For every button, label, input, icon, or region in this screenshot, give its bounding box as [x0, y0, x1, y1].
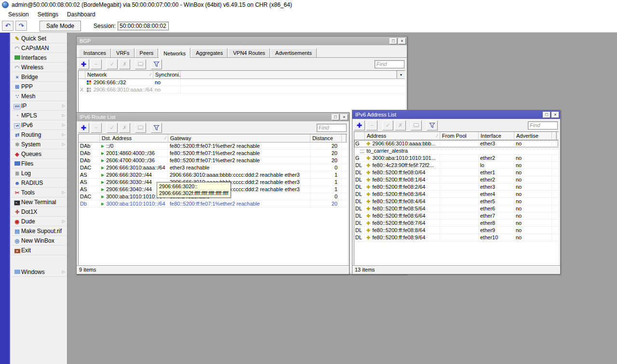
sidebar-item-mpls[interactable]: ◔MPLS▷: [11, 111, 66, 120]
find-input[interactable]: [317, 124, 347, 132]
distance-column-header[interactable]: Distance: [310, 134, 342, 143]
disable-button[interactable]: ✗: [395, 120, 406, 130]
menu-session[interactable]: Session: [4, 10, 33, 19]
sidebar-item-ipv6[interactable]: v6IPv6▷: [11, 120, 66, 130]
sidebar-item-log[interactable]: ≣Log: [11, 169, 66, 178]
route-row[interactable]: DAb▶::/0fe80::5200:ff:fe07:1%ether2 reac…: [79, 143, 347, 150]
maximize-button[interactable]: □: [389, 38, 397, 44]
enable-button[interactable]: ✓: [107, 123, 118, 133]
address-row[interactable]: G✚2906:666:3010:aaaa:bbb...ether3no: [354, 140, 558, 147]
address-window-titlebar[interactable]: IPv6 Address List □ ×: [352, 110, 560, 119]
tab-networks[interactable]: Networks: [159, 48, 190, 58]
menu-settings[interactable]: Settings: [33, 10, 63, 19]
session-input[interactable]: [118, 22, 169, 30]
column-dropdown-button[interactable]: ▼: [346, 134, 348, 143]
route-window-titlebar[interactable]: IPv6 Route List □ ×: [77, 113, 349, 121]
safe-mode-button[interactable]: Safe Mode: [40, 21, 81, 31]
sidebar-item-ip[interactable]: 255IP▷: [11, 101, 66, 111]
find-input[interactable]: [375, 60, 404, 68]
dst-address-column-header[interactable]: Dst. Address ∕: [100, 134, 168, 143]
sidebar-item-quick-set[interactable]: ✎Quick Set: [11, 34, 66, 43]
route-row[interactable]: DAb▶2001:4860:4000::/36fe80::5200:ff:fe0…: [79, 150, 347, 157]
redo-button[interactable]: ↷: [15, 21, 27, 31]
menu-dashboard[interactable]: Dashboard: [63, 10, 100, 19]
sidebar-item-new-winbox[interactable]: ◎New WinBox: [11, 236, 66, 246]
enable-button[interactable]: ✓: [107, 59, 118, 69]
bgp-network-row[interactable]: 2906:666::/32no: [79, 79, 405, 86]
tab-vrfs[interactable]: VRFs: [111, 48, 134, 57]
gateway-column-header[interactable]: Gateway: [168, 134, 310, 143]
sidebar-item-exit[interactable]: ×Exit: [11, 246, 66, 255]
address-row[interactable]: DL✚fe80::5200:ff:fe08:7/64ether8no: [354, 220, 558, 227]
remove-button[interactable]: −: [366, 120, 377, 130]
flags-column-header[interactable]: [79, 71, 85, 79]
close-button[interactable]: ×: [340, 114, 348, 120]
tab-vpn4-routes[interactable]: VPN4 Routes: [228, 48, 270, 57]
tab-instances[interactable]: Instances: [79, 48, 111, 57]
sidebar-item-interfaces[interactable]: Interfaces: [11, 53, 66, 63]
route-row[interactable]: DAC▶2906:666:3010:aaaa::/64ether3 reacha…: [79, 164, 347, 171]
comment-button[interactable]: [135, 59, 146, 69]
address-column-header[interactable]: Address ∕: [365, 132, 440, 140]
find-input[interactable]: [528, 121, 558, 130]
flags-column-header[interactable]: [79, 134, 100, 143]
sidebar-item-new-terminal[interactable]: >_New Terminal: [11, 197, 66, 207]
disable-button[interactable]: ✗: [119, 59, 130, 69]
address-row[interactable]: DL✚fe80::5200:ff:fe08:0/64ether1no: [354, 169, 558, 176]
sidebar-item-dude[interactable]: ◉Dude▷: [11, 217, 66, 226]
sidebar-item-radius[interactable]: ☻RADIUS: [11, 178, 66, 188]
address-row[interactable]: DL✚fe80::5200:ff:fe08:3/64ether4no: [354, 191, 558, 198]
remove-button[interactable]: −: [91, 123, 102, 133]
sidebar-item-capsman[interactable]: ◠CAPsMAN: [11, 43, 66, 53]
tab-aggregates[interactable]: Aggregates: [191, 48, 228, 57]
remove-button[interactable]: −: [91, 59, 102, 69]
maximize-button[interactable]: □: [543, 112, 550, 118]
close-button[interactable]: ×: [551, 112, 559, 118]
address-row[interactable]: DL✚fe80::5200:ff:fe08:9/64ether10no: [354, 234, 558, 241]
column-dropdown-button[interactable]: ▼: [397, 71, 405, 79]
filter-button[interactable]: [151, 59, 162, 69]
address-row[interactable]: DL✚fe80::5200:ff:fe08:6/64ether7no: [354, 212, 558, 220]
enable-button[interactable]: ✓: [382, 120, 393, 130]
sidebar-item-ppp[interactable]: ⊞PPP: [11, 82, 66, 91]
synchronized-column-header[interactable]: Synchroni...: [153, 71, 181, 79]
column-dropdown-button[interactable]: ▼: [556, 132, 559, 140]
sidebar-item-dot1x[interactable]: ✚Dot1X: [11, 207, 66, 217]
comment-row[interactable]: ;;;to_carrier_alestra: [354, 147, 558, 155]
sidebar-item-files[interactable]: Files: [11, 159, 66, 169]
comment-button[interactable]: [135, 123, 146, 133]
tab-peers[interactable]: Peers: [135, 48, 159, 57]
address-row[interactable]: DL✚fe80::5200:ff:fe08:2/64ether3no: [354, 183, 558, 191]
advertise-column-header[interactable]: Advertise: [514, 132, 552, 140]
network-column-header[interactable]: Network ∕: [85, 71, 153, 79]
sidebar-item-queues[interactable]: ◆Queues: [11, 149, 66, 159]
from-pool-column-header[interactable]: From Pool: [440, 132, 479, 140]
undo-button[interactable]: ↶: [2, 21, 13, 31]
sidebar-item-mesh[interactable]: ∵Mesh: [11, 91, 66, 101]
address-row[interactable]: DL✚fe80::5200:ff:fe08:1/64ether2no: [354, 176, 558, 183]
route-row[interactable]: Db▶3000:aba:1010:1010::/64fe80::5200:ff:…: [79, 200, 347, 208]
bgp-network-row[interactable]: X2906:666:3010:aaaa::/64no: [79, 86, 405, 93]
filter-button[interactable]: [151, 123, 162, 133]
add-button[interactable]: ✚: [78, 59, 89, 69]
sidebar-item-tools[interactable]: ✂Tools▷: [11, 188, 66, 197]
close-button[interactable]: ×: [398, 38, 406, 44]
disable-button[interactable]: ✗: [119, 123, 130, 133]
sidebar-item-routing[interactable]: ⇄Routing▷: [11, 130, 66, 140]
address-row[interactable]: DL✚fe80::5200:ff:fe08:8/64ether9no: [354, 227, 558, 234]
address-row[interactable]: DL✚fe80::4c23:90ff:fe5f:72f2...lono: [354, 162, 558, 169]
address-row[interactable]: G✚3000:aba:1010:1010:101...ether2no: [354, 155, 558, 162]
comment-button[interactable]: [411, 120, 422, 130]
route-row[interactable]: AS▶2906:666:3020::/442906:666:3010:aaaa:…: [79, 171, 347, 179]
sidebar-item-bridge[interactable]: ×Bridge: [11, 72, 66, 82]
sidebar-item-system[interactable]: ✱System▷: [11, 140, 66, 149]
sidebar-item-wireless[interactable]: ◠Wireless: [11, 63, 66, 72]
address-row[interactable]: DL✚fe80::5200:ff:fe08:5/64ether6no: [354, 205, 558, 212]
add-button[interactable]: ✚: [78, 123, 89, 133]
flags-column-header[interactable]: [354, 132, 365, 140]
sidebar-item-windows[interactable]: Windows▷: [11, 267, 66, 277]
filter-button[interactable]: [427, 120, 438, 130]
maximize-button[interactable]: □: [332, 114, 339, 120]
interface-column-header[interactable]: Interface: [479, 132, 514, 140]
add-button[interactable]: ✚: [354, 120, 365, 130]
